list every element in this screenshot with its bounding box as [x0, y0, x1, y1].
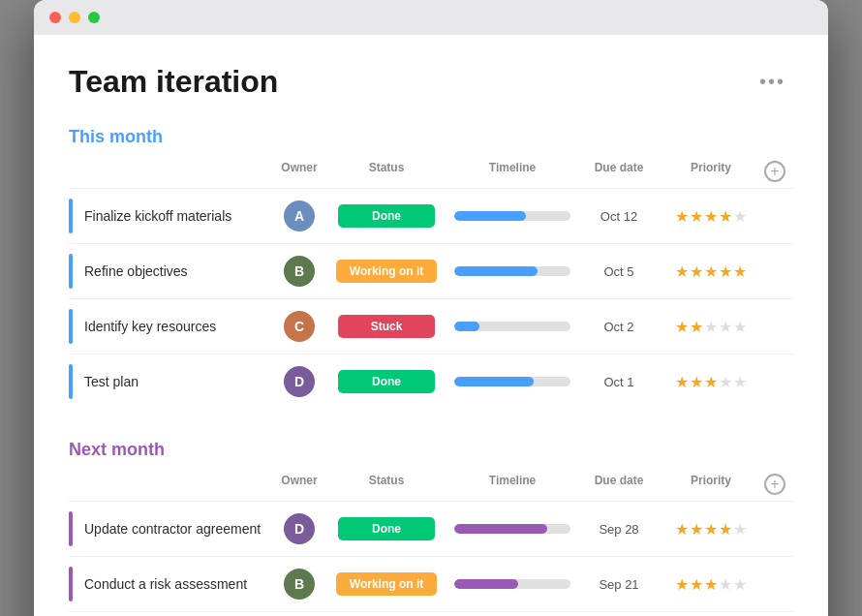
main-content: Team iteration ••• This monthOwnerStatus… — [34, 35, 828, 616]
due-date-cell: Oct 5 — [580, 264, 658, 279]
status-cell: Done — [328, 370, 445, 393]
task-name-cell: Finalize kickoff materials — [69, 199, 270, 233]
table-row: Finalize kickoff materials A Done Oct 12… — [69, 189, 793, 244]
task-name-cell: Refine objectives — [69, 254, 270, 289]
star-filled: ★ — [675, 263, 690, 280]
close-dot[interactable] — [49, 12, 61, 23]
star-empty: ★ — [719, 576, 733, 593]
col-name — [80, 161, 270, 182]
avatar: B — [284, 256, 315, 287]
col-header: Priority — [658, 474, 764, 495]
col-add: + — [764, 161, 793, 182]
maximize-dot[interactable] — [88, 12, 100, 23]
star-empty: ★ — [733, 319, 748, 335]
star-empty: ★ — [704, 319, 719, 335]
timeline-fill — [454, 524, 547, 534]
col-header: Timeline — [445, 161, 580, 182]
due-date-cell: Sep 28 — [580, 522, 658, 537]
priority-cell: ★★★★★ — [658, 318, 764, 336]
task-color-bar — [69, 254, 73, 289]
timeline-cell — [445, 266, 580, 276]
status-badge[interactable]: Done — [338, 517, 435, 540]
status-badge[interactable]: Done — [338, 370, 435, 393]
timeline-bar — [454, 377, 570, 386]
priority-cell: ★★★★★ — [658, 262, 764, 281]
minimize-dot[interactable] — [69, 12, 80, 23]
timeline-cell — [445, 524, 580, 534]
task-color-bar — [69, 511, 73, 546]
task-name: Test plan — [84, 374, 139, 389]
more-button[interactable]: ••• — [752, 67, 793, 97]
section-header-row: Next month — [69, 440, 793, 460]
task-name-cell: Conduct a risk assessment — [69, 567, 270, 601]
star-filled: ★ — [690, 374, 704, 390]
section-header-row: This month — [69, 127, 793, 147]
task-name-cell: Test plan — [69, 364, 270, 399]
timeline-fill — [454, 377, 534, 386]
task-name: Finalize kickoff materials — [84, 208, 231, 224]
timeline-fill — [454, 322, 479, 331]
priority-cell: ★★★★★ — [658, 520, 764, 539]
status-cell: Working on it — [328, 260, 445, 283]
due-date-cell: Oct 12 — [580, 209, 658, 224]
timeline-fill — [454, 266, 538, 276]
status-cell: Stuck — [328, 315, 445, 338]
title-bar — [34, 0, 828, 35]
col-header: Owner — [270, 161, 328, 182]
avatar: D — [284, 366, 315, 397]
avatar: D — [284, 513, 315, 544]
timeline-bar — [454, 322, 570, 331]
col-header: Due date — [580, 161, 658, 182]
stars: ★★★★★ — [675, 318, 748, 336]
task-name: Update contractor agreement — [84, 521, 261, 537]
table-row: Identify key resources C Stuck Oct 2 ★★★… — [69, 299, 793, 354]
star-empty: ★ — [733, 576, 748, 593]
stars: ★★★★★ — [675, 262, 748, 281]
col-header: Timeline — [445, 474, 580, 495]
status-cell: Done — [328, 517, 445, 540]
star-filled: ★ — [675, 319, 690, 335]
task-name: Identify key resources — [84, 319, 216, 334]
star-filled: ★ — [719, 263, 733, 280]
star-filled: ★ — [675, 208, 690, 225]
table-row: Monitor budget C Stuck Sep 17 ★★★★★ — [69, 612, 793, 616]
timeline-cell — [445, 322, 580, 331]
star-filled: ★ — [690, 521, 704, 538]
col-name — [80, 474, 270, 495]
task-name-cell: Identify key resources — [69, 309, 270, 344]
star-filled: ★ — [704, 263, 719, 280]
task-name: Refine objectives — [84, 263, 188, 279]
page-header: Team iteration ••• — [69, 64, 793, 100]
due-date-cell: Sep 21 — [580, 577, 658, 592]
task-color-bar — [69, 567, 73, 601]
timeline-cell — [445, 579, 580, 589]
avatar: C — [284, 311, 315, 342]
star-empty: ★ — [719, 319, 733, 335]
table-row: Test plan D Done Oct 1 ★★★★★ — [69, 354, 793, 409]
owner-cell: B — [270, 256, 328, 287]
status-badge[interactable]: Working on it — [336, 260, 437, 283]
add-column-button[interactable]: + — [764, 474, 785, 495]
owner-cell: A — [270, 200, 328, 231]
col-header: Owner — [270, 474, 328, 495]
timeline-cell — [445, 211, 580, 221]
add-column-button[interactable]: + — [764, 161, 785, 182]
task-color-bar — [69, 364, 73, 399]
status-badge[interactable]: Done — [338, 204, 435, 228]
timeline-fill — [454, 579, 518, 589]
timeline-fill — [454, 211, 526, 221]
star-filled: ★ — [704, 374, 719, 390]
status-badge[interactable]: Working on it — [336, 572, 437, 596]
star-filled: ★ — [704, 521, 719, 538]
table-row: Update contractor agreement D Done Sep 2… — [69, 502, 793, 557]
status-badge[interactable]: Stuck — [338, 315, 435, 338]
page-title: Team iteration — [69, 64, 278, 100]
col-add: + — [764, 474, 793, 495]
table-header: OwnerStatusTimelineDue datePriority + — [69, 470, 793, 502]
star-filled: ★ — [675, 576, 690, 593]
star-filled: ★ — [719, 208, 733, 225]
table-row: Refine objectives B Working on it Oct 5 … — [69, 244, 793, 299]
priority-cell: ★★★★★ — [658, 373, 764, 391]
owner-cell: B — [270, 569, 328, 600]
timeline-bar — [454, 579, 570, 589]
